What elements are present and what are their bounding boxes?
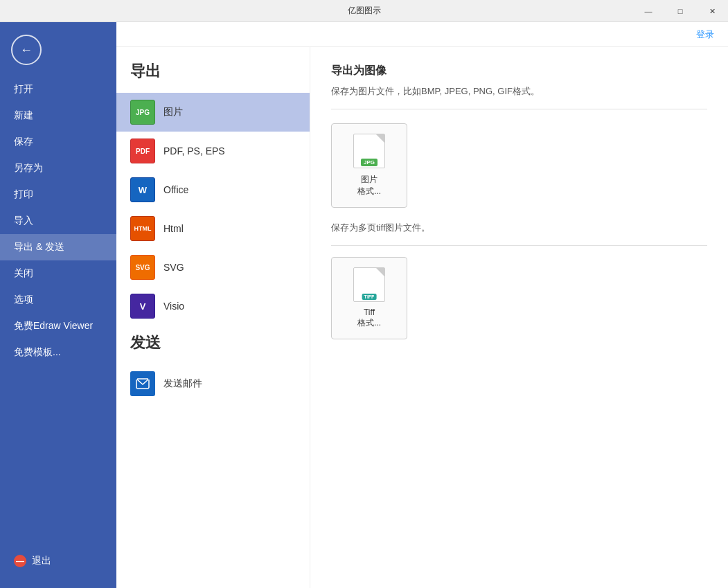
window-controls: — □ ✕ [632, 0, 728, 22]
sidebar-item-saveas[interactable]: 另存为 [0, 155, 116, 181]
send-section: 发送 发送邮件 [116, 326, 310, 403]
send-section-title: 发送 [116, 332, 310, 364]
exit-label: 退出 [32, 555, 51, 567]
tiff-card-label: Tiff 格式... [357, 308, 381, 329]
app-title: 亿图图示 [348, 5, 381, 17]
tiff-desc: 保存为多页tiff图片文件。 [331, 222, 707, 246]
sidebar-item-new[interactable]: 新建 [0, 103, 116, 129]
svg-rect-2 [148, 378, 150, 380]
export-item-office[interactable]: W Office [116, 170, 310, 209]
export-item-html[interactable]: HTML Html [116, 209, 310, 248]
sidebar-item-label: 免费Edraw Viewer [14, 320, 93, 332]
export-item-image[interactable]: JPG 图片 [116, 93, 310, 132]
detail-desc: 保存为图片文件，比如BMP, JPEG, PNG, GIF格式。 [331, 85, 707, 109]
tiff-card-icon: TIFF [352, 267, 387, 302]
html-icon-text: HTML [134, 225, 152, 232]
send-email-label: 发送邮件 [163, 377, 202, 390]
html-icon: HTML [130, 216, 155, 241]
export-item-label: Office [163, 184, 188, 195]
tiff-cards: TIFF Tiff 格式... [331, 257, 707, 339]
top-bar: 登录 [116, 22, 728, 47]
export-item-label: SVG [163, 262, 184, 273]
export-item-label: 图片 [163, 106, 183, 118]
sidebar-item-label: 选项 [14, 294, 33, 306]
sidebar-item-label: 免费模板... [14, 346, 61, 359]
pdf-icon-text: PDF [136, 148, 150, 155]
export-item-label: Html [163, 223, 184, 234]
visio-icon-text: V [140, 301, 146, 312]
sidebar-item-label: 保存 [14, 136, 33, 148]
sidebar-item-open[interactable]: 打开 [0, 76, 116, 103]
tiff-card-bg: TIFF [353, 267, 385, 302]
export-item-svg[interactable]: SVG SVG [116, 248, 310, 287]
close-button[interactable]: ✕ [696, 0, 728, 22]
detail-cards: JPG 图片 格式... [331, 123, 707, 208]
main-content: 登录 导出 JPG 图片 PDF PDF, PS, EPS [116, 22, 728, 588]
content-area: 导出 JPG 图片 PDF PDF, PS, EPS W [116, 47, 728, 588]
maximize-button[interactable]: □ [664, 0, 696, 22]
jpg-card-bg: JPG [353, 134, 385, 168]
sidebar-item-label: 另存为 [14, 162, 43, 175]
svg-icon: SVG [130, 255, 155, 280]
export-list: 导出 JPG 图片 PDF PDF, PS, EPS W [116, 47, 310, 588]
app-body: ← 打开 新建 保存 另存为 打印 导入 导出 & 发送 关闭 选项 免费Ed [0, 22, 728, 588]
sidebar-item-label: 关闭 [14, 267, 33, 280]
sidebar: ← 打开 新建 保存 另存为 打印 导入 导出 & 发送 关闭 选项 免费Ed [0, 22, 116, 588]
export-section-title: 导出 [116, 61, 310, 93]
back-button[interactable]: ← [11, 35, 42, 65]
pdf-icon: PDF [130, 139, 155, 163]
sidebar-item-close[interactable]: 关闭 [0, 260, 116, 287]
sidebar-item-label: 导出 & 发送 [14, 241, 64, 253]
word-icon-text: W [139, 185, 147, 195]
send-email-item[interactable]: 发送邮件 [116, 364, 310, 403]
minimize-button[interactable]: — [632, 0, 664, 22]
sidebar-item-label: 打印 [14, 188, 33, 201]
email-icon [130, 371, 155, 396]
export-item-label: Visio [163, 301, 184, 312]
jpg-icon: JPG [130, 100, 155, 125]
jpg-format-card[interactable]: JPG 图片 格式... [331, 123, 407, 208]
export-item-visio[interactable]: V Visio [116, 287, 310, 326]
jpg-icon-text: JPG [136, 109, 150, 116]
sidebar-item-print[interactable]: 打印 [0, 181, 116, 208]
word-icon: W [130, 177, 155, 202]
visio-icon: V [130, 294, 155, 319]
jpg-card-icon: JPG [352, 134, 387, 168]
back-arrow-icon: ← [20, 43, 33, 57]
sidebar-item-label: 导入 [14, 215, 33, 227]
detail-panel: 导出为图像 保存为图片文件，比如BMP, JPEG, PNG, GIF格式。 J… [310, 47, 728, 588]
sidebar-item-save[interactable]: 保存 [0, 129, 116, 155]
export-item-label: PDF, PS, EPS [163, 145, 225, 157]
sidebar-item-label: 打开 [14, 83, 33, 96]
sidebar-item-import[interactable]: 导入 [0, 208, 116, 234]
export-item-pdf[interactable]: PDF PDF, PS, EPS [116, 132, 310, 170]
jpg-badge: JPG [361, 159, 378, 166]
detail-title: 导出为图像 [331, 64, 707, 78]
exit-icon: — [14, 555, 26, 567]
svg-rect-1 [136, 378, 137, 380]
login-link[interactable]: 登录 [696, 28, 714, 41]
sidebar-item-templates[interactable]: 免费模板... [0, 339, 116, 366]
tiff-format-card[interactable]: TIFF Tiff 格式... [331, 257, 407, 339]
svg-icon-text: SVG [135, 264, 150, 271]
sidebar-item-export[interactable]: 导出 & 发送 [0, 234, 116, 260]
sidebar-item-options[interactable]: 选项 [0, 287, 116, 313]
sidebar-item-label: 新建 [14, 109, 33, 122]
tiff-badge: TIFF [362, 294, 377, 300]
title-bar: 亿图图示 — □ ✕ [0, 0, 728, 22]
sidebar-item-edrawviewer[interactable]: 免费Edraw Viewer [0, 313, 116, 339]
jpg-card-label: 图片 格式... [357, 174, 381, 197]
sidebar-item-exit[interactable]: — 退出 [0, 548, 116, 574]
